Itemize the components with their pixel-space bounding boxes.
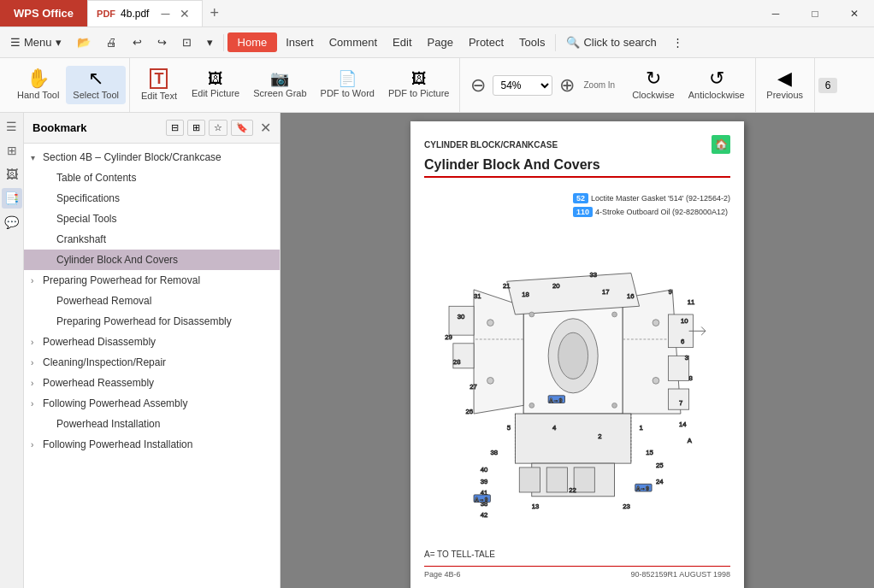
callout-num-2: 110 — [573, 207, 593, 217]
svg-text:27: 27 — [469, 383, 477, 391]
tree-item-label-11: Powerhead Reassembly — [43, 377, 154, 389]
menu-separator-2 — [555, 34, 556, 51]
svg-text:30: 30 — [458, 313, 465, 320]
tab-minimize-btn[interactable]: ─ — [157, 5, 173, 22]
bookmark-tree-item-13[interactable]: Powerhead Installation — [24, 414, 280, 434]
zoom-out-btn[interactable]: ⊖ — [467, 71, 489, 100]
zoom-select[interactable]: 54% 75% 100% — [493, 75, 552, 96]
bookmark-tree-item-14[interactable]: ›Following Powerhead Installation — [24, 434, 280, 455]
expand-icon-14[interactable]: › — [31, 440, 43, 450]
page-menu-btn[interactable]: Page — [421, 32, 460, 52]
expand-icon-10[interactable]: › — [31, 358, 43, 368]
expand-icon-11[interactable]: › — [31, 379, 43, 388]
pdf-to-picture-btn[interactable]: 🖼 PDF to Picture — [381, 68, 457, 103]
comment-menu-btn[interactable]: Comment — [322, 32, 384, 52]
bookmark-tool-1[interactable]: ⊟ — [166, 120, 184, 136]
redo-btn[interactable]: ↪ — [151, 32, 174, 52]
tools-menu-btn[interactable]: Tools — [512, 32, 552, 52]
bookmark-tree-item-12[interactable]: ›Following Powerhead Assembly — [24, 393, 280, 414]
callout-item-2: 110 4-Stroke Outboard Oil (92-828000A12) — [573, 207, 730, 217]
bookmark-tree-item-7[interactable]: Powerhead Removal — [24, 291, 280, 311]
expand-icon-9[interactable]: › — [31, 338, 43, 347]
sidebar-comment-icon[interactable]: 💬 — [2, 212, 22, 232]
bookmark-tool-4[interactable]: 🔖 — [231, 120, 253, 136]
svg-rect-12 — [449, 306, 474, 335]
sidebar-grid-icon[interactable]: ⊞ — [2, 140, 22, 161]
sidebar-image-icon[interactable]: 🖼 — [2, 164, 22, 185]
svg-text:40: 40 — [481, 466, 488, 473]
bookmark-tree-item-9[interactable]: ›Powerhead Disassembly — [24, 332, 280, 352]
sidebar-bookmark-icon[interactable]: 📑 — [2, 188, 22, 209]
tree-item-label-6: Preparing Powerhead for Removal — [43, 274, 200, 286]
protect-menu-btn[interactable]: Protect — [462, 32, 511, 52]
svg-text:17: 17 — [602, 288, 610, 296]
sidebar-menu-icon[interactable]: ☰ — [2, 116, 22, 137]
more-options-btn[interactable]: ⋮ — [665, 32, 690, 52]
svg-text:20: 20 — [552, 282, 560, 290]
previous-page-btn[interactable]: ◀ Previous — [759, 66, 811, 104]
svg-text:28: 28 — [453, 358, 461, 366]
maximize-window-btn[interactable]: □ — [795, 0, 835, 27]
bookmark-tree-item-1[interactable]: Table of Contents — [24, 168, 280, 188]
bookmark-tree-item-4[interactable]: Crankshaft — [24, 229, 280, 250]
screenshot-btn[interactable]: ⊡ — [175, 32, 198, 52]
bookmark-tree-item-6[interactable]: ›Preparing Powerhead for Removal — [24, 270, 280, 291]
svg-text:9: 9 — [668, 288, 671, 296]
screen-grab-btn[interactable]: 📷 Screen Grab — [246, 68, 313, 103]
expand-icon-12[interactable]: › — [31, 399, 43, 409]
bookmark-tree-item-8[interactable]: Preparing Powerhead for Disassembly — [24, 311, 280, 332]
edit-text-btn[interactable]: T Edit Text — [133, 65, 185, 105]
pdf-to-word-btn[interactable]: 📄 PDF to Word — [314, 68, 381, 103]
bookmark-tree-item-11[interactable]: ›Powerhead Reassembly — [24, 373, 280, 393]
clockwise-btn[interactable]: ↻ Clockwise — [625, 66, 682, 104]
open-file-btn[interactable]: 📂 — [70, 32, 97, 52]
minimize-window-btn[interactable]: ─ — [756, 0, 795, 27]
tab-close-btn[interactable]: ✕ — [176, 5, 193, 22]
tree-item-label-9: Powerhead Disassembly — [43, 336, 156, 348]
expand-icon-0[interactable]: ▾ — [31, 153, 43, 162]
svg-text:42: 42 — [481, 511, 488, 519]
wps-office-tab[interactable]: WPS Office — [0, 0, 87, 26]
file-tab[interactable]: PDF 4b.pdf ─ ✕ — [87, 0, 203, 26]
hand-tool-btn[interactable]: ✋ Hand Tool — [10, 66, 66, 104]
bookmark-title: Bookmark — [32, 121, 159, 134]
edit-picture-btn[interactable]: 🖼 Edit Picture — [185, 68, 246, 103]
svg-rect-1 — [515, 414, 630, 463]
bookmark-tree-item-2[interactable]: Specifications — [24, 188, 280, 209]
insert-menu-btn[interactable]: Insert — [279, 32, 321, 52]
callout-num-1: 52 — [573, 193, 588, 203]
more-btn[interactable]: ▾ — [200, 32, 220, 52]
window-controls: ─ □ ✕ — [756, 0, 874, 27]
svg-point-7 — [529, 403, 534, 408]
bookmark-tool-3[interactable]: ☆ — [209, 120, 227, 136]
svg-text:31: 31 — [474, 292, 481, 300]
bookmark-tree-item-3[interactable]: Special Tools — [24, 209, 280, 229]
edit-menu-btn[interactable]: Edit — [386, 32, 418, 52]
bookmark-tree-item-10[interactable]: ›Cleaning/Inspection/Repair — [24, 352, 280, 373]
expand-icon-6[interactable]: › — [31, 276, 43, 285]
menu-button[interactable]: ☰ Menu ▾ — [3, 32, 68, 52]
home-menu-btn[interactable]: Home — [227, 32, 278, 52]
add-tab-button[interactable]: + — [203, 4, 226, 22]
anticlockwise-btn[interactable]: ↺ Anticlockwise — [682, 66, 752, 104]
bookmark-tree-item-0[interactable]: ▾Section 4B – Cylinder Block/Crankcase — [24, 147, 280, 168]
zoom-in-btn[interactable]: ⊕ — [556, 71, 578, 100]
menu-bar: ☰ Menu ▾ 📂 🖨 ↩ ↪ ⊡ ▾ Home Insert Comment… — [0, 27, 874, 58]
svg-text:7: 7 — [679, 399, 682, 407]
bookmark-tree-item-5[interactable]: Cylinder Block And Covers — [24, 250, 280, 270]
edit-picture-icon: 🖼 — [208, 71, 223, 86]
print-btn[interactable]: 🖨 — [99, 32, 124, 52]
close-panel-btn[interactable]: ✕ — [260, 120, 271, 136]
pdf-viewer[interactable]: CYLINDER BLOCK/CRANKCASE 🏠 Cylinder Bloc… — [281, 113, 874, 588]
callout-text-1: Loctite Master Gasket '514' (92-12564-2) — [591, 194, 730, 203]
undo-btn[interactable]: ↩ — [126, 32, 149, 52]
close-window-btn[interactable]: ✕ — [835, 0, 874, 27]
bookmark-tool-2[interactable]: ⊞ — [187, 120, 205, 136]
select-tool-btn[interactable]: ↖ Select Tool — [66, 66, 126, 104]
search-btn[interactable]: 🔍 Click to search — [559, 32, 663, 52]
bookmark-panel: Bookmark ⊟ ⊞ ☆ 🔖 ✕ ▾Section 4B – Cylinde… — [24, 113, 281, 588]
pdf-icon: PDF — [97, 9, 115, 19]
engine-diagram-svg: 21 33 20 18 31 30 29 28 27 26 5 17 — [424, 185, 730, 544]
pdf-diagram: 21 33 20 18 31 30 29 28 27 26 5 17 — [424, 185, 730, 546]
pdf-page: CYLINDER BLOCK/CRANKCASE 🏠 Cylinder Bloc… — [410, 121, 744, 588]
